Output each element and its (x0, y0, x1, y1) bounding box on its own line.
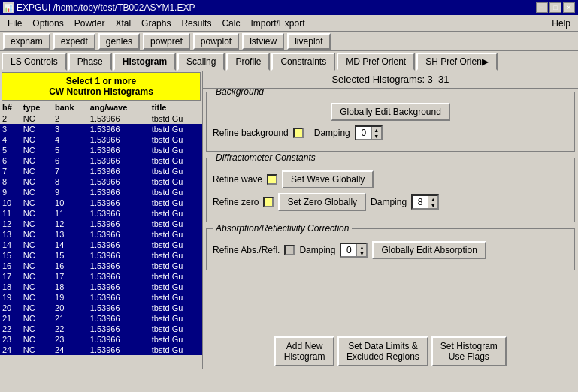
table-row[interactable]: 7NC71.53966tbstd Gu (0, 166, 202, 176)
col-title: title (150, 102, 202, 113)
table-cell: 1.53966 (88, 198, 150, 208)
table-cell: NC (21, 187, 53, 198)
spin-up-bg[interactable]: ▲ (372, 127, 381, 133)
damping-spinbox-abs[interactable]: 0 ▲ ▼ (340, 243, 368, 258)
refine-wave-checkbox[interactable] (267, 174, 277, 185)
toolbar-powplot[interactable]: powplot (193, 33, 239, 50)
table-cell: 20 (53, 303, 88, 313)
tab-ls-controls[interactable]: LS Controls (2, 53, 67, 71)
table-cell: 2 (53, 113, 88, 125)
table-cell: 13 (0, 229, 21, 240)
damping-spinbox-bg[interactable]: 0 ▲ ▼ (355, 125, 383, 140)
set-wave-globally-button[interactable]: Set Wave Globally (282, 170, 374, 188)
table-row[interactable]: 13NC131.53966tbstd Gu (0, 229, 202, 240)
table-row[interactable]: 3NC31.53966tbstd Gu (0, 124, 202, 134)
table-row[interactable]: 11NC111.53966tbstd Gu (0, 208, 202, 219)
refine-background-checkbox[interactable] (293, 128, 304, 138)
minimize-button[interactable]: − (536, 2, 548, 13)
table-row[interactable]: 23NC231.53966tbstd Gu (0, 334, 202, 345)
toolbar-expnam[interactable]: expnam (3, 33, 50, 50)
refine-zero-checkbox[interactable] (263, 197, 274, 207)
damping-arrows-diff[interactable]: ▲ ▼ (428, 196, 437, 208)
table-cell: 1.53966 (88, 324, 150, 334)
toolbar-powpref[interactable]: powpref (143, 33, 190, 50)
title-bar-buttons: − □ ✕ (536, 2, 575, 13)
damping-arrows-bg[interactable]: ▲ ▼ (371, 127, 381, 139)
menu-file[interactable]: File (3, 17, 26, 30)
table-row[interactable]: 24NC241.53966tbstd Gu (0, 345, 202, 355)
menu-graphs[interactable]: Graphs (137, 17, 175, 30)
table-row[interactable]: 19NC191.53966tbstd Gu (0, 292, 202, 303)
toolbar-expedt[interactable]: expedt (53, 33, 95, 50)
menu-xtal[interactable]: Xtal (110, 17, 135, 30)
tab-histogram[interactable]: Histogram (113, 53, 176, 71)
table-cell: 17 (0, 271, 21, 282)
spin-down-abs[interactable]: ▼ (357, 250, 366, 256)
table-row[interactable]: 8NC81.53966tbstd Gu (0, 176, 202, 187)
spin-down-bg[interactable]: ▼ (372, 133, 381, 139)
tab-scaling[interactable]: Scaling (177, 53, 225, 71)
close-button[interactable]: ✕ (563, 2, 575, 13)
toolbar-liveplot[interactable]: liveplot (287, 33, 330, 50)
tab-constraints[interactable]: Constraints (271, 53, 335, 71)
table-cell: tbstd Gu (150, 176, 202, 187)
table-row[interactable]: 17NC171.53966tbstd Gu (0, 271, 202, 282)
table-row[interactable]: 12NC121.53966tbstd Gu (0, 219, 202, 229)
menu-help[interactable]: Help (547, 17, 575, 30)
spin-down-diff[interactable]: ▼ (428, 202, 437, 208)
menu-import-export[interactable]: Import/Export (246, 17, 309, 30)
table-row[interactable]: 20NC201.53966tbstd Gu (0, 303, 202, 313)
table-row[interactable]: 16NC161.53966tbstd Gu (0, 261, 202, 271)
menu-options[interactable]: Options (28, 17, 68, 30)
table-row[interactable]: 10NC101.53966tbstd Gu (0, 198, 202, 208)
table-row[interactable]: 22NC221.53966tbstd Gu (0, 324, 202, 334)
refine-abs-checkbox[interactable] (284, 245, 295, 255)
spin-up-diff[interactable]: ▲ (428, 196, 437, 202)
menu-calc[interactable]: Calc (217, 17, 244, 30)
table-cell: NC (21, 166, 53, 176)
refine-wave-label: Refine wave (213, 174, 262, 185)
tab-sh-pref-orien[interactable]: SH Pref Orien▶ (416, 53, 498, 71)
set-data-limits-button[interactable]: Set Data Limits &Excluded Regions (337, 336, 428, 366)
menu-powder[interactable]: Powder (70, 17, 110, 30)
table-cell: 1.53966 (88, 250, 150, 261)
spin-up-abs[interactable]: ▲ (357, 244, 366, 250)
histogram-label-line2: CW Neutron Histograms (5, 86, 197, 97)
table-cell: 12 (53, 219, 88, 229)
table-row[interactable]: 14NC141.53966tbstd Gu (0, 240, 202, 250)
toolbar-lstview[interactable]: lstview (242, 33, 284, 50)
table-row[interactable]: 15NC151.53966tbstd Gu (0, 250, 202, 261)
table-row[interactable]: 2NC21.53966tbstd Gu (0, 113, 202, 125)
table-cell: 1.53966 (88, 282, 150, 292)
table-row[interactable]: 21NC211.53966tbstd Gu (0, 313, 202, 324)
tab-md-pref-orient[interactable]: MD Pref Orient (337, 53, 415, 71)
toolbar-genles[interactable]: genles (98, 33, 140, 50)
add-new-histogram-button[interactable]: Add NewHistogram (274, 336, 334, 366)
histogram-table[interactable]: h# type bank ang/wave title 2NC21.53966t… (0, 102, 202, 369)
tab-profile[interactable]: Profile (226, 53, 270, 71)
table-cell: tbstd Gu (150, 303, 202, 313)
globally-edit-background-button[interactable]: Globally Edit Background (331, 103, 450, 121)
maximize-button[interactable]: □ (549, 2, 561, 13)
table-row[interactable]: 4NC41.53966tbstd Gu (0, 134, 202, 145)
tab-phase[interactable]: Phase (68, 53, 112, 71)
globally-edit-absorption-button[interactable]: Globally Edit Absorption (372, 241, 486, 259)
table-row[interactable]: 6NC61.53966tbstd Gu (0, 155, 202, 166)
table-cell: 9 (53, 187, 88, 198)
set-zero-globally-button[interactable]: Set Zero Globally (278, 193, 366, 211)
table-cell: 1.53966 (88, 345, 150, 355)
table-row[interactable]: 18NC181.53966tbstd Gu (0, 282, 202, 292)
table-cell: tbstd Gu (150, 282, 202, 292)
table-row[interactable]: 9NC91.53966tbstd Gu (0, 187, 202, 198)
damping-spinbox-diff[interactable]: 8 ▲ ▼ (411, 194, 439, 210)
table-cell: 6 (0, 155, 21, 166)
background-section-title: Background (213, 89, 267, 97)
table-row[interactable]: 5NC51.53966tbstd Gu (0, 145, 202, 155)
table-cell: 1.53966 (88, 208, 150, 219)
damping-arrows-abs[interactable]: ▲ ▼ (356, 244, 366, 256)
menu-results[interactable]: Results (177, 17, 216, 30)
set-histogram-flags-button[interactable]: Set HistogramUse Flags (431, 336, 507, 366)
table-cell: 1.53966 (88, 261, 150, 271)
table-cell: 14 (53, 240, 88, 250)
table-cell: 20 (0, 303, 21, 313)
